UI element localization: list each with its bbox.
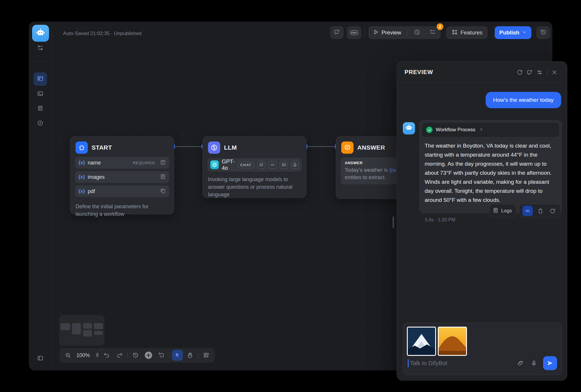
node-title: START bbox=[92, 144, 112, 151]
chevron-down-icon bbox=[522, 29, 527, 36]
sidebar-divider bbox=[35, 61, 46, 62]
preview-panel-header: PREVIEW bbox=[397, 62, 567, 83]
edge-start-llm bbox=[174, 146, 202, 147]
features-icon bbox=[452, 29, 458, 37]
field-name: images bbox=[88, 174, 158, 180]
llm-node[interactable]: LLM GPT-4o CHAT bbox=[202, 136, 307, 198]
collapse-sidebar-button[interactable] bbox=[34, 353, 46, 365]
zoom-out-button[interactable] bbox=[62, 350, 74, 361]
message-meta: 5.6s · 1:20 PM bbox=[425, 217, 562, 223]
audio-icon bbox=[269, 161, 276, 169]
dify-workflow-app: Auto-Saved 21:02:35 · Unpublished ENV Pr… bbox=[0, 0, 581, 392]
bot-message-card: Workflow Process The weather in Boydton,… bbox=[419, 120, 562, 213]
history-icon bbox=[540, 29, 547, 36]
group-divider bbox=[407, 29, 408, 36]
conversation-settings-button[interactable] bbox=[535, 67, 545, 77]
regenerate-button[interactable] bbox=[547, 206, 557, 216]
minimap[interactable] bbox=[59, 315, 104, 346]
chat-input-row bbox=[408, 356, 557, 370]
start-field-images[interactable]: {x} images bbox=[75, 171, 169, 183]
document-list-icon bbox=[37, 105, 43, 113]
app-avatar[interactable] bbox=[32, 25, 49, 42]
logs-button[interactable]: Logs bbox=[489, 204, 516, 218]
canvas-tools bbox=[140, 348, 215, 363]
speaker-button[interactable] bbox=[522, 206, 533, 216]
message-actions: Logs bbox=[489, 204, 561, 218]
bot-message: Workflow Process The weather in Boydton,… bbox=[419, 120, 562, 223]
variable-icon: {x} bbox=[78, 188, 85, 194]
sidebar-item-nodes[interactable] bbox=[34, 43, 46, 54]
model-selector[interactable]: GPT-4o CHAT bbox=[207, 158, 302, 172]
image-thumbnail[interactable] bbox=[407, 327, 436, 356]
undo-button[interactable] bbox=[101, 350, 112, 361]
history-button[interactable] bbox=[130, 350, 141, 361]
copy-button[interactable] bbox=[535, 206, 545, 216]
text-caret bbox=[408, 359, 409, 367]
edge-llm-answer bbox=[307, 146, 336, 147]
image-thumbnail[interactable] bbox=[438, 327, 467, 356]
variable-icon: {x} bbox=[78, 174, 85, 180]
user-message-bubble: How's the weather today bbox=[486, 92, 561, 108]
run-history-button[interactable] bbox=[414, 29, 420, 37]
collapse-panel-icon bbox=[37, 355, 43, 363]
toolbar-divider bbox=[365, 29, 365, 36]
answer-icon bbox=[341, 141, 354, 154]
chat-input-area bbox=[403, 323, 562, 375]
vision-icon bbox=[258, 161, 265, 169]
zoom-level[interactable]: 100% bbox=[75, 352, 91, 358]
checklist-button[interactable] bbox=[430, 29, 436, 37]
close-panel-button[interactable] bbox=[550, 67, 559, 77]
field-name: pdf bbox=[88, 188, 158, 195]
version-history-button[interactable] bbox=[536, 26, 550, 39]
publish-label: Publish bbox=[499, 29, 519, 36]
start-field-name[interactable]: {x} name REQUIRED bbox=[75, 157, 169, 169]
compass-icon bbox=[37, 120, 43, 127]
sidebar bbox=[29, 22, 52, 370]
features-label: Features bbox=[461, 29, 482, 36]
logs-label: Logs bbox=[501, 208, 513, 214]
redo-button[interactable] bbox=[114, 350, 125, 361]
workflow-process-toggle[interactable]: Workflow Process bbox=[422, 123, 559, 137]
field-name: name bbox=[88, 160, 130, 166]
brain-icon bbox=[208, 141, 220, 154]
hand-tool-button[interactable] bbox=[185, 350, 196, 361]
sidebar-item-api[interactable] bbox=[34, 88, 46, 100]
variable-icon: {x} bbox=[78, 160, 85, 166]
publish-button[interactable]: Publish bbox=[495, 26, 531, 39]
features-button[interactable]: Features bbox=[446, 26, 488, 39]
logs-icon bbox=[493, 207, 499, 215]
attachment-button[interactable] bbox=[515, 358, 526, 368]
sidebar-item-orchestrate[interactable] bbox=[34, 72, 47, 86]
openai-icon bbox=[210, 160, 219, 169]
play-icon bbox=[373, 29, 379, 36]
preview-run-button[interactable]: Preview bbox=[382, 29, 401, 36]
node-title: ANSWER bbox=[357, 144, 385, 151]
home-icon bbox=[76, 141, 88, 154]
panel-resize-handle[interactable] bbox=[393, 216, 394, 228]
robot-icon bbox=[405, 124, 413, 133]
sidebar-item-logs[interactable] bbox=[34, 103, 46, 115]
pointer-tool-button[interactable] bbox=[172, 350, 183, 361]
env-icon: ENV bbox=[350, 30, 358, 35]
add-note-button[interactable] bbox=[156, 350, 167, 361]
preview-panel: PREVIEW H bbox=[397, 61, 567, 381]
file-copy-icon bbox=[160, 188, 166, 195]
annotation-button[interactable] bbox=[330, 26, 344, 39]
annotation-icon[interactable] bbox=[525, 67, 535, 77]
env-variables-button[interactable]: ENV bbox=[347, 26, 361, 39]
text-input-icon bbox=[160, 160, 166, 166]
workflow-process-label: Workflow Process bbox=[436, 127, 475, 133]
send-button[interactable] bbox=[543, 356, 557, 370]
chat-input[interactable] bbox=[410, 360, 512, 367]
paragraph-icon bbox=[160, 174, 166, 181]
mic-button[interactable] bbox=[528, 358, 539, 368]
start-node[interactable]: START {x} name REQUIRED {x} images bbox=[70, 136, 174, 214]
terminal-icon bbox=[37, 90, 43, 98]
add-node-button[interactable] bbox=[143, 350, 154, 361]
restart-conversation-button[interactable] bbox=[515, 67, 525, 77]
nodes-icon bbox=[37, 45, 43, 52]
start-field-pdf[interactable]: {x} pdf bbox=[75, 186, 169, 197]
sidebar-item-monitoring[interactable] bbox=[34, 118, 46, 130]
organize-blocks-button[interactable] bbox=[201, 350, 212, 361]
message-tools bbox=[519, 204, 561, 218]
